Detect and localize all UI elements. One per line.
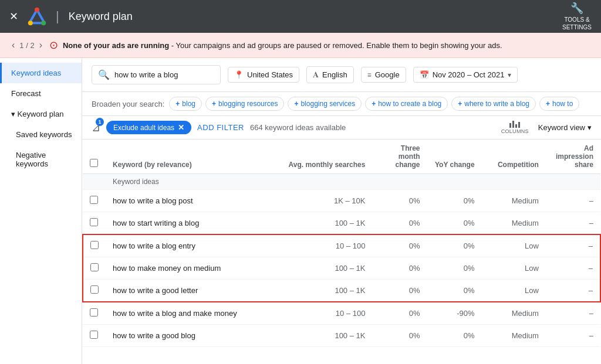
filter-badge: 1 xyxy=(96,118,104,126)
broaden-pill-where-to-write-a-blog[interactable]: + where to write a blog xyxy=(451,97,536,111)
th-three-month: Three month change xyxy=(372,140,427,174)
plus-icon: + xyxy=(294,100,298,108)
search-input[interactable] xyxy=(114,70,208,79)
row-checkbox[interactable] xyxy=(90,331,98,339)
broaden-pill-blogging-resources[interactable]: + blogging resources xyxy=(205,97,284,111)
sidebar-item-negative-keywords[interactable]: Negative keywords xyxy=(0,145,82,174)
sidebar-item-forecast[interactable]: Forecast xyxy=(0,83,82,104)
close-button[interactable]: ✕ xyxy=(9,10,18,23)
broaden-pill-how-to-create-a-blog-label: how to create a blog xyxy=(378,100,441,108)
row-yoy: 0% xyxy=(427,257,482,280)
filter-icon-badge: ⊿ 1 xyxy=(92,121,100,134)
location-icon: 📍 xyxy=(234,70,244,79)
sidebar-label-keyword-plan: ▾ Keyword plan xyxy=(11,110,63,118)
keyword-view-button[interactable]: Keyword view ▾ xyxy=(538,123,592,132)
broaden-pill-how-to-label: how to xyxy=(552,100,573,108)
select-all-checkbox[interactable] xyxy=(90,159,98,167)
add-filter-button[interactable]: ADD FILTER xyxy=(197,123,244,132)
notice-nav: ‹ 1 / 2 › xyxy=(9,39,45,52)
broaden-pill-blog[interactable]: + blog xyxy=(169,97,202,111)
broaden-pill-how-to-create-a-blog[interactable]: + how to create a blog xyxy=(365,97,448,111)
table-row: how to start writing a blog 100 – 1K 0% … xyxy=(83,212,600,235)
content-area: 🔍 📍 United States 𝐀 English ≡ Google 📅 N… xyxy=(82,58,601,364)
row-competition: Medium xyxy=(482,190,546,212)
row-ad-impression: – xyxy=(546,234,600,257)
row-yoy: 0% xyxy=(427,190,482,212)
exclude-label: Exclude adult ideas xyxy=(113,124,174,132)
row-checkbox[interactable] xyxy=(90,218,98,226)
row-ad-impression: – xyxy=(546,257,600,280)
exclude-adult-button[interactable]: Exclude adult ideas ✕ xyxy=(106,121,191,134)
broaden-pill-blogging-services[interactable]: + blogging services xyxy=(288,97,362,111)
row-checkbox-cell[interactable] xyxy=(83,190,106,212)
table-row: how to make money on medium 100 – 1K 0% … xyxy=(83,257,600,280)
table-group-header: Keyword ideas xyxy=(83,174,600,190)
row-keyword: how to write a blog post xyxy=(106,190,266,212)
row-checkbox[interactable] xyxy=(90,285,99,294)
row-keyword: how to write a blog and make money xyxy=(106,302,266,325)
row-three-month: 0% xyxy=(372,302,427,325)
row-keyword: how to start writing a blog xyxy=(106,212,266,235)
row-checkbox-cell[interactable] xyxy=(83,325,106,347)
sidebar-label-saved-keywords: Saved keywords xyxy=(16,130,72,139)
broaden-pill-how-to[interactable]: + how to xyxy=(539,97,579,111)
row-checkbox-cell[interactable] xyxy=(83,257,106,280)
svg-point-2 xyxy=(41,21,46,25)
row-avg-monthly: 10 – 100 xyxy=(266,302,372,325)
prev-notice-button[interactable]: ‹ xyxy=(9,39,17,52)
bar2 xyxy=(512,121,514,128)
row-yoy: 0% xyxy=(427,212,482,235)
broaden-pill-where-to-write-a-blog-label: where to write a blog xyxy=(464,100,529,108)
th-ad-impression: Ad impression share xyxy=(546,140,600,174)
row-ad-impression: – xyxy=(546,302,600,325)
row-checkbox-cell[interactable] xyxy=(83,234,106,257)
table-body: Keyword ideas how to write a blog post 1… xyxy=(83,174,600,347)
row-checkbox-cell[interactable] xyxy=(83,280,106,302)
row-yoy: 0% xyxy=(427,325,482,347)
network-label: Google xyxy=(375,70,400,79)
row-yoy: 0% xyxy=(427,280,482,302)
calendar-icon: 📅 xyxy=(420,70,429,79)
row-avg-monthly: 100 – 1K xyxy=(266,212,372,235)
date-filter[interactable]: 📅 Nov 2020 – Oct 2021 ▾ xyxy=(413,67,518,83)
svg-point-1 xyxy=(28,21,33,25)
language-filter[interactable]: 𝐀 English xyxy=(306,66,354,83)
row-checkbox[interactable] xyxy=(90,241,99,249)
tools-settings-button[interactable]: 🔧 TOOLS & SETTINGS xyxy=(562,2,592,31)
sidebar-label-forecast: Forecast xyxy=(11,89,41,98)
keywords-table: Keyword (by relevance) Avg. monthly sear… xyxy=(82,140,601,347)
row-checkbox-cell[interactable] xyxy=(83,212,106,235)
network-filter[interactable]: ≡ Google xyxy=(361,67,406,83)
table-row: how to write a blog entry 10 – 100 0% 0%… xyxy=(83,234,600,257)
columns-button[interactable]: COLUMNS xyxy=(501,121,529,134)
row-checkbox[interactable] xyxy=(90,196,98,204)
bar1 xyxy=(509,123,511,128)
sidebar-item-saved-keywords[interactable]: Saved keywords xyxy=(0,124,82,145)
row-keyword: how to write a blog entry xyxy=(106,234,266,257)
row-yoy: 0% xyxy=(427,234,482,257)
main-layout: Keyword ideas Forecast ▾ Keyword plan Sa… xyxy=(0,58,601,364)
next-notice-button[interactable]: › xyxy=(37,39,45,52)
row-three-month: 0% xyxy=(372,325,427,347)
row-three-month: 0% xyxy=(372,280,427,302)
plus-icon: + xyxy=(212,100,216,108)
dropdown-chevron-icon: ▾ xyxy=(508,71,511,79)
search-box[interactable]: 🔍 xyxy=(92,65,221,84)
row-competition: Low xyxy=(482,280,546,302)
columns-icon xyxy=(509,121,520,128)
th-yoy: YoY change xyxy=(427,140,482,174)
sidebar-item-keyword-ideas[interactable]: Keyword ideas xyxy=(0,63,82,83)
location-filter[interactable]: 📍 United States xyxy=(228,67,299,83)
language-label: English xyxy=(322,70,347,79)
row-checkbox[interactable] xyxy=(90,308,98,317)
row-checkbox[interactable] xyxy=(90,263,99,271)
th-select-all[interactable] xyxy=(83,140,106,174)
th-avg-monthly: Avg. monthly searches xyxy=(266,140,372,174)
tools-label: TOOLS & SETTINGS xyxy=(562,16,592,31)
row-checkbox-cell[interactable] xyxy=(83,302,106,325)
sidebar-label-keyword-ideas: Keyword ideas xyxy=(11,69,61,77)
row-yoy: -90% xyxy=(427,302,482,325)
notice-body: - Your campaigns and ad groups are pause… xyxy=(169,41,502,50)
sidebar-item-keyword-plan[interactable]: ▾ Keyword plan xyxy=(0,104,82,124)
row-competition: Medium xyxy=(482,302,546,325)
